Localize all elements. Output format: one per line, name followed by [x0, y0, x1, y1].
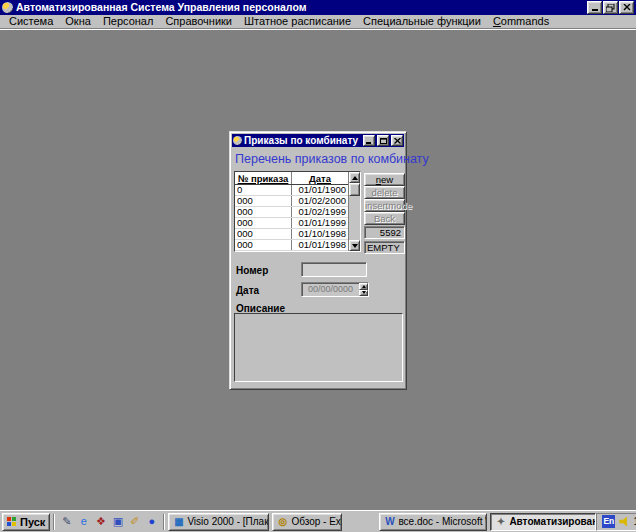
menu-item[interactable]: Штатное расписание: [238, 15, 357, 28]
volume-icon[interactable]: [619, 517, 629, 527]
number-input[interactable]: [301, 262, 367, 277]
nav-button[interactable]: new: [364, 173, 405, 186]
dialog-title: Приказы по комбинату: [244, 135, 361, 146]
menu-item[interactable]: Система: [3, 15, 59, 28]
language-indicator[interactable]: En: [602, 515, 615, 528]
date-input[interactable]: 00/00/0000: [301, 282, 369, 297]
scroll-thumb[interactable]: [349, 183, 360, 196]
grid-col-number[interactable]: № приказа: [235, 172, 292, 184]
menu-item[interactable]: Персонал: [97, 15, 160, 28]
quick-launch-icon[interactable]: e: [77, 515, 90, 528]
table-row[interactable]: 000 01/01/1998: [235, 240, 348, 251]
cell-number: 0: [235, 185, 292, 195]
record-count-field: 5592: [364, 226, 405, 239]
quick-launch-icon[interactable]: ▣: [111, 515, 124, 528]
cell-date: 01/01/1999: [292, 218, 348, 228]
date-label: Дата: [236, 285, 259, 296]
dialog-icon[interactable]: [233, 136, 242, 145]
quick-launch: ✎e❖▣✐●: [58, 515, 160, 528]
main-titlebar: Автоматизированная Система Управления пе…: [0, 0, 636, 15]
start-label: Пуск: [20, 516, 45, 528]
scroll-track[interactable]: [349, 196, 360, 240]
taskbar-separator: [53, 514, 55, 530]
menu-item[interactable]: Специальные функции: [357, 15, 487, 28]
nav-button[interactable]: insertmode: [364, 199, 405, 212]
menu-item[interactable]: Commands: [487, 15, 555, 28]
task-label: Обзор - Exe: [291, 516, 342, 527]
scroll-down-icon[interactable]: [349, 240, 360, 251]
cell-number: 000: [235, 196, 292, 206]
description-memo[interactable]: [234, 313, 403, 382]
grid-scrollbar[interactable]: [348, 172, 360, 251]
task-app-icon: ▦: [173, 516, 184, 527]
window-title: Автоматизированная Система Управления пе…: [16, 0, 584, 15]
orders-grid: № приказа Дата 0 01/01/1900 000 01/02/20…: [234, 171, 361, 252]
task-app-icon: W: [384, 516, 395, 527]
cell-number: 000: [235, 240, 292, 250]
nav-buttons: newdeleteinsertmodeBack: [364, 173, 405, 225]
spin-down-icon[interactable]: [359, 290, 368, 297]
task-buttons: ▦ Visio 2000 - [Плакат2.vsd... ◎ Обзор -…: [168, 513, 596, 531]
dialog-titlebar[interactable]: Приказы по комбинату: [232, 134, 404, 147]
cell-date: 01/02/2000: [292, 196, 348, 206]
task-label: Автоматизированна...: [509, 516, 596, 527]
menu-item[interactable]: Окна: [59, 15, 97, 28]
menubar: СистемаОкнаПерсоналСправочникиШтатное ра…: [0, 15, 636, 29]
grid-col-date[interactable]: Дата: [292, 172, 348, 184]
cell-number: 000: [235, 207, 292, 217]
cell-date: 01/01/1900: [292, 185, 348, 195]
number-label: Номер: [236, 265, 268, 276]
task-app-icon: ◎: [277, 516, 288, 527]
task-label: все.doc - Microsoft Word: [398, 516, 487, 527]
quick-launch-icon[interactable]: ✎: [60, 515, 73, 528]
restore-button[interactable]: [603, 1, 618, 14]
system-tray: En 16:01: [596, 513, 636, 531]
task-button[interactable]: ◎ Обзор - Exe: [272, 513, 342, 531]
task-button[interactable]: W все.doc - Microsoft Word: [379, 513, 487, 531]
cell-date: 01/02/1999: [292, 207, 348, 217]
quick-launch-icon[interactable]: ●: [145, 515, 158, 528]
dialog-minimize-button[interactable]: [363, 135, 375, 146]
task-label: Visio 2000 - [Плакат2.vsd...: [187, 516, 269, 527]
status-field: EMPTY: [364, 241, 405, 254]
date-spinner[interactable]: [359, 283, 368, 296]
nav-button[interactable]: delete: [364, 186, 405, 199]
quick-launch-icon[interactable]: ✐: [128, 515, 141, 528]
task-button[interactable]: ▦ Visio 2000 - [Плакат2.vsd...: [168, 513, 269, 531]
dialog-close-button[interactable]: [391, 135, 403, 146]
cell-number: 000: [235, 218, 292, 228]
close-button[interactable]: [619, 1, 634, 14]
minimize-button[interactable]: [587, 1, 602, 14]
grid-rows: 0 01/01/1900 000 01/02/2000 000 01/02/19…: [235, 185, 348, 251]
menu-item[interactable]: Справочники: [159, 15, 238, 28]
cell-date: 01/01/1998: [292, 240, 348, 250]
start-button[interactable]: Пуск: [2, 513, 50, 531]
taskbar-separator2: [163, 514, 165, 530]
scroll-up-icon[interactable]: [349, 172, 360, 183]
orders-dialog: Приказы по комбинату Перечень приказов п…: [229, 131, 407, 390]
quick-launch-icon[interactable]: ❖: [94, 515, 107, 528]
task-button[interactable]: ✦ Автоматизированна...: [490, 513, 596, 531]
date-value: 00/00/0000: [302, 283, 359, 296]
cell-date: 01/10/1998: [292, 229, 348, 239]
task-app-icon: ✦: [495, 516, 506, 527]
nav-button[interactable]: Back: [364, 212, 405, 225]
dialog-heading: Перечень приказов по комбинату: [235, 152, 429, 166]
dialog-maximize-button[interactable]: [377, 135, 389, 146]
windows-logo-icon: [7, 517, 17, 527]
cell-number: 000: [235, 229, 292, 239]
taskbar: Пуск ✎e❖▣✐● ▦ Visio 2000 - [Плакат2.vsd.…: [0, 510, 636, 532]
app-icon[interactable]: [2, 2, 13, 13]
